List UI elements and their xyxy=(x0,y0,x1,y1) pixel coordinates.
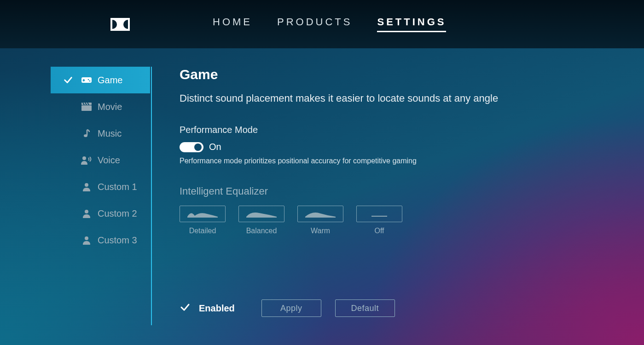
nav-products[interactable]: PRODUCTS xyxy=(277,16,352,32)
sidebar-item-custom3[interactable]: Custom 3 xyxy=(51,227,150,253)
sidebar-item-game[interactable]: Game xyxy=(51,67,150,93)
apply-button[interactable]: Apply xyxy=(261,299,321,317)
sidebar-item-label: Custom 3 xyxy=(98,235,137,246)
check-icon xyxy=(180,302,191,315)
svg-point-10 xyxy=(85,183,88,187)
eq-option-label: Detailed xyxy=(180,227,226,235)
equalizer-options: Detailed Balanced Warm Off xyxy=(180,206,566,235)
eq-option-label: Warm xyxy=(297,227,343,235)
svg-point-9 xyxy=(82,156,86,160)
check-icon xyxy=(62,74,75,86)
person-icon xyxy=(81,208,92,219)
eq-option-balanced[interactable]: Balanced xyxy=(238,206,284,235)
movie-clapper-icon xyxy=(81,101,92,112)
sidebar-item-label: Custom 1 xyxy=(98,182,137,192)
app-header: HOME PRODUCTS SETTINGS xyxy=(0,0,644,48)
settings-main: Game Distinct sound placement makes it e… xyxy=(152,67,594,325)
performance-mode-state: On xyxy=(209,142,221,152)
sidebar-item-label: Voice xyxy=(98,155,120,166)
eq-curve-warm-icon xyxy=(304,209,337,218)
svg-point-12 xyxy=(85,236,88,240)
performance-mode-label: Performance Mode xyxy=(180,125,566,135)
top-nav: HOME PRODUCTS SETTINGS xyxy=(213,16,446,32)
nav-home[interactable]: HOME xyxy=(213,16,252,32)
person-icon xyxy=(81,235,92,246)
dolby-logo-icon xyxy=(110,18,130,31)
default-button[interactable]: Default xyxy=(335,299,395,317)
svg-rect-6 xyxy=(81,105,92,111)
eq-option-label: Balanced xyxy=(238,227,284,235)
eq-curve-detailed-icon xyxy=(186,209,219,218)
svg-point-5 xyxy=(89,80,91,82)
svg-point-8 xyxy=(84,134,87,137)
enabled-indicator: Enabled xyxy=(180,302,235,315)
eq-option-off[interactable]: Off xyxy=(356,206,402,235)
equalizer-label: Intelligent Equalizer xyxy=(180,185,566,197)
eq-option-detailed[interactable]: Detailed xyxy=(180,206,226,235)
sidebar-item-label: Game xyxy=(98,75,122,86)
sidebar-item-music[interactable]: Music xyxy=(51,120,150,147)
sidebar-item-custom1[interactable]: Custom 1 xyxy=(51,173,150,200)
eq-option-warm[interactable]: Warm xyxy=(297,206,343,235)
sidebar-item-voice[interactable]: Voice xyxy=(51,147,150,173)
svg-point-4 xyxy=(88,79,89,80)
sidebar-item-label: Movie xyxy=(98,102,122,112)
brand-logo xyxy=(110,18,130,31)
performance-mode-note: Performance mode prioritizes positional … xyxy=(180,157,566,165)
eq-option-label: Off xyxy=(356,227,402,235)
game-controller-icon xyxy=(81,75,92,86)
page-description: Distinct sound placement makes it easier… xyxy=(180,92,566,104)
sidebar-item-label: Custom 2 xyxy=(98,208,137,219)
enabled-label: Enabled xyxy=(199,303,235,314)
performance-mode-toggle[interactable] xyxy=(180,142,203,152)
eq-curve-balanced-icon xyxy=(245,209,278,218)
sidebar-item-custom2[interactable]: Custom 2 xyxy=(51,200,150,227)
music-note-icon xyxy=(81,128,92,139)
eq-curve-off-icon xyxy=(363,209,395,218)
svg-rect-3 xyxy=(83,80,85,81)
nav-settings[interactable]: SETTINGS xyxy=(377,16,446,32)
person-icon xyxy=(81,181,92,192)
footer-actions: Enabled Apply Default xyxy=(180,299,566,317)
settings-sidebar: Game Movie Music Voice xyxy=(0,67,152,325)
sidebar-item-label: Music xyxy=(98,128,122,139)
sidebar-item-movie[interactable]: Movie xyxy=(51,93,150,120)
page-title: Game xyxy=(180,67,566,82)
voice-person-icon xyxy=(81,155,92,166)
svg-point-11 xyxy=(85,210,88,213)
